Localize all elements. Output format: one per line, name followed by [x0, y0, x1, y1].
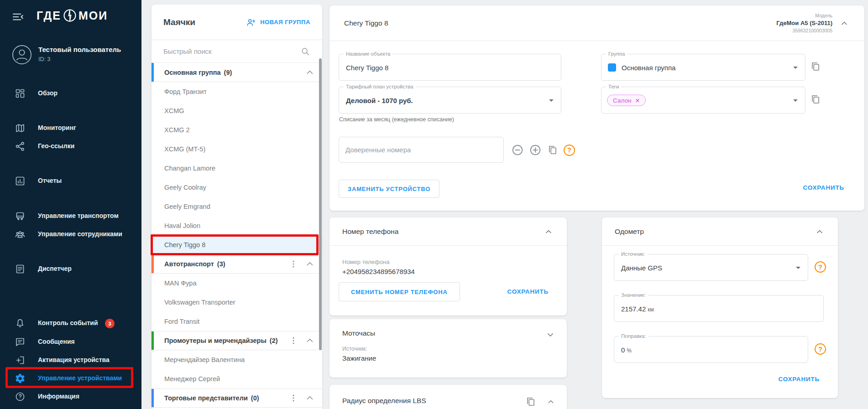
- phone-value: +204958234895678934: [342, 268, 415, 275]
- help-icon: [15, 391, 26, 402]
- group-row-autotransport[interactable]: Автотранспорт (3): [152, 254, 322, 274]
- beacon-row[interactable]: Мерчендайзер Валентина: [152, 350, 322, 369]
- sidebar-item-events[interactable]: Контроль событий 3: [0, 314, 141, 332]
- odometer-source-select[interactable]: Источник: Данные GPS: [614, 254, 808, 281]
- events-count-badge: 3: [105, 319, 115, 328]
- beacon-row[interactable]: Ford Transit: [152, 312, 322, 331]
- collapse-chevron-up-icon[interactable]: [814, 226, 825, 237]
- change-phone-button[interactable]: СМЕНИТЬ НОМЕР ТЕЛЕФОНА: [339, 282, 460, 301]
- chevron-up-icon[interactable]: [305, 67, 315, 78]
- gear-icon: [15, 373, 26, 384]
- chevron-up-icon[interactable]: [305, 259, 315, 269]
- group-color-bar: [152, 331, 154, 350]
- beacon-row[interactable]: XCMG 2: [152, 120, 322, 140]
- replace-device-button[interactable]: ЗАМЕНИТЬ УСТРОЙСТВО: [339, 180, 439, 198]
- beacons-panel-header: Маячки НОВАЯ ГРУППА: [152, 5, 322, 40]
- remove-tag-icon[interactable]: ✕: [635, 97, 640, 104]
- help-trusted-numbers-icon[interactable]: ?: [564, 145, 575, 156]
- beacon-row[interactable]: Haval Jolion: [152, 216, 322, 235]
- sidebar-item-overview[interactable]: Обзор: [0, 84, 141, 103]
- beacon-row[interactable]: MAN Фура: [152, 274, 322, 293]
- engine-hours-title: Моточасы: [342, 329, 375, 337]
- scrollbar-thumb[interactable]: [319, 58, 322, 350]
- help-correction-icon[interactable]: ?: [815, 343, 826, 355]
- engine-source-label: Источник:: [342, 346, 367, 352]
- collapse-chevron-up-icon[interactable]: [546, 397, 556, 407]
- copy-group-icon[interactable]: [810, 61, 821, 72]
- sidebar-item-geolinks[interactable]: Гео-ссылки: [0, 137, 141, 155]
- search-placeholder: Быстрый поиск: [163, 47, 212, 55]
- quick-search-input[interactable]: Быстрый поиск: [152, 40, 322, 63]
- beacon-row[interactable]: Changan Lamore: [152, 159, 322, 178]
- copy-numbers-icon[interactable]: [547, 144, 559, 156]
- sidebar-item-reports[interactable]: Отчеты: [0, 172, 141, 190]
- kebab-menu-icon[interactable]: [288, 393, 298, 403]
- beacon-row[interactable]: Форд Транзит: [152, 82, 322, 101]
- collapse-chevron-up-icon[interactable]: [839, 18, 850, 29]
- collapse-chevron-down-icon[interactable]: [545, 329, 556, 340]
- sidebar-item-messages[interactable]: Сообщения: [0, 333, 141, 351]
- new-group-button[interactable]: НОВАЯ ГРУППА: [246, 17, 310, 27]
- sidebar-item-employees[interactable]: Управление сотрудниками: [0, 225, 141, 243]
- chat-icon: [15, 337, 26, 347]
- kebab-menu-icon[interactable]: [288, 259, 298, 269]
- sidebar-item-activation[interactable]: Активация устройства: [0, 351, 141, 369]
- beacon-row[interactable]: Volkswagen Transporter: [152, 293, 322, 312]
- save-device-button[interactable]: СОХРАНИТЬ: [803, 184, 844, 191]
- share-icon: [15, 141, 26, 152]
- tariff-plan-select[interactable]: Тарифный план устройства Деловой - 1070 …: [339, 87, 561, 114]
- sidebar-item-monitoring[interactable]: Мониторинг: [0, 119, 141, 137]
- odometer-value-field[interactable]: Значение: 2157.42км: [614, 295, 824, 322]
- collapse-chevron-up-icon[interactable]: [543, 226, 554, 237]
- odometer-unit: км: [648, 306, 654, 312]
- odometer-correction-field[interactable]: Поправка: 0%: [614, 336, 808, 363]
- bar-chart-icon: [15, 176, 26, 186]
- copy-tags-icon[interactable]: [810, 93, 821, 105]
- sidebar-item-device-management[interactable]: Управление устройствами: [0, 369, 141, 388]
- group-row-main[interactable]: Основная группа (9): [152, 63, 322, 82]
- sidebar-item-dispatcher[interactable]: Диспетчер: [0, 260, 141, 278]
- group-row-sales-reps[interactable]: Торговые представители (0): [152, 388, 322, 408]
- tag-chip[interactable]: Салон ✕: [607, 94, 646, 106]
- vehicle-icon: [15, 211, 26, 222]
- sidebar-item-information[interactable]: Информация: [0, 388, 141, 406]
- odometer-title: Одометр: [615, 228, 644, 236]
- beacon-row[interactable]: XCMG: [152, 101, 322, 120]
- add-number-icon[interactable]: [529, 144, 542, 156]
- object-name-field[interactable]: Название объекта Chery Tiggo 8: [339, 54, 561, 81]
- device-card-header: Chery Tiggo 8 Модель ГдеМои A5 (S-2011) …: [329, 5, 864, 41]
- group-row-promoters[interactable]: Промоутеры и мерчендайзеры (2): [152, 331, 322, 350]
- beacon-row[interactable]: Geely Emgrand: [152, 197, 322, 216]
- person-add-icon: [246, 17, 256, 27]
- sidebar: ГДЕ МОИ Тестовый пользователь ID: 3 Обзо…: [0, 0, 141, 409]
- copy-lbs-icon[interactable]: [525, 396, 537, 408]
- beacon-row[interactable]: XCMG (MT-5): [152, 140, 322, 159]
- save-phone-button[interactable]: СОХРАНИТЬ: [507, 288, 549, 295]
- dropdown-caret-icon: [793, 99, 798, 102]
- trusted-numbers-input[interactable]: [339, 137, 504, 163]
- group-color-bar: [152, 63, 154, 82]
- beacons-panel: Маячки НОВАЯ ГРУППА Быстрый поиск Основн…: [152, 5, 322, 409]
- correction-unit: %: [627, 347, 632, 353]
- sidebar-item-transport[interactable]: Управление транспортом: [0, 207, 141, 225]
- remove-number-icon[interactable]: [511, 144, 524, 156]
- phone-label: Номер телефона: [342, 259, 389, 265]
- group-select[interactable]: Группа Основная группа: [601, 54, 805, 81]
- help-odometer-source-icon[interactable]: ?: [815, 261, 826, 273]
- save-odometer-button[interactable]: СОХРАНИТЬ: [778, 376, 820, 383]
- chevron-up-icon[interactable]: [305, 336, 315, 346]
- model-label: Модель: [815, 13, 832, 18]
- tags-select[interactable]: Теги Салон ✕: [601, 87, 805, 114]
- group-color-swatch: [608, 63, 616, 72]
- beacon-row-selected[interactable]: Chery Tiggo 8: [152, 235, 322, 254]
- dashboard-icon: [15, 88, 26, 99]
- search-icon: [300, 47, 310, 57]
- group-color-bar: [152, 255, 154, 273]
- chevron-up-icon[interactable]: [305, 393, 315, 403]
- group-color-bar: [152, 389, 154, 407]
- app-root: ГДЕ МОИ Тестовый пользователь ID: 3 Обзо…: [0, 0, 868, 409]
- beacon-row[interactable]: Geely Coolray: [152, 178, 322, 197]
- beacon-row[interactable]: Менеджер Сергей: [152, 369, 322, 388]
- kebab-menu-icon[interactable]: [288, 336, 298, 346]
- device-title: Chery Tiggo 8: [344, 19, 388, 27]
